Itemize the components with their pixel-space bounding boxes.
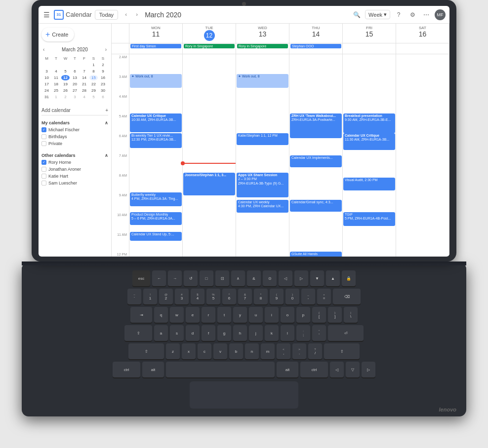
settings-icon[interactable]: ⚙ xyxy=(407,9,418,20)
grid-cell[interactable] xyxy=(183,212,236,232)
mini-cal-day[interactable]: 20 xyxy=(71,81,79,87)
key-ralt[interactable]: alt xyxy=(277,362,298,377)
key-7[interactable]: &7 xyxy=(238,289,252,304)
grid-cell[interactable] xyxy=(236,212,289,232)
add-calendar[interactable]: Add calendar + xyxy=(41,106,108,115)
mini-cal-day[interactable]: 21 xyxy=(80,81,88,87)
mini-cal-day[interactable]: 2 xyxy=(99,62,107,68)
week-selector[interactable]: Week ▾ xyxy=(365,10,390,19)
calendar-event[interactable]: Calendar UX Critique 10:30 AM, ZRH-EUR1A… xyxy=(130,113,182,132)
key-vol-down[interactable]: ◁ xyxy=(279,270,292,286)
key-p[interactable]: p xyxy=(296,307,310,323)
grid-cell[interactable] xyxy=(396,133,449,153)
key-capslock[interactable]: ⇪ xyxy=(124,325,152,341)
grid-cell[interactable] xyxy=(183,153,236,173)
section-collapse-icon[interactable]: ∧ xyxy=(105,153,108,158)
mini-cal-day[interactable] xyxy=(52,62,60,68)
key-r[interactable]: r xyxy=(202,307,215,323)
key-b[interactable]: b xyxy=(229,343,243,359)
grid-cell[interactable]: Team dinner6:30 – 8 PMLa Lumiere xyxy=(236,252,289,257)
calendar-checkbox[interactable] xyxy=(41,174,46,179)
grid-cell[interactable] xyxy=(343,232,396,252)
mini-cal-day[interactable]: 13 xyxy=(71,75,79,80)
grid-cell[interactable] xyxy=(289,232,343,252)
grid-cell[interactable] xyxy=(129,173,183,192)
grid-cell[interactable]: Product Design Monthly5 – 6 PM, ZRH-EUR1… xyxy=(129,212,183,232)
grid-cell[interactable]: Calendar/Gmail sync, 4:3... xyxy=(289,192,343,212)
calendar-event[interactable]: Butterfly weekly4 PM, ZRH-EUR1A-3A: Ting… xyxy=(130,192,182,206)
grid-cell[interactable]: ✦ Work out, 8 xyxy=(129,74,183,94)
key-quote[interactable]: "' xyxy=(312,325,326,341)
calendar-event[interactable]: Calendar UX Stand Up, 5:... xyxy=(130,232,182,241)
calendar-event[interactable]: ✦ Work out, 8 xyxy=(237,74,288,88)
grid-cell[interactable]: Breakfast presentation 9:30 AM, ZRH-EUR1… xyxy=(343,113,396,133)
mini-cal-day[interactable]: 22 xyxy=(89,81,98,87)
key-l[interactable]: l xyxy=(281,325,294,341)
today-button[interactable]: Today xyxy=(95,10,118,20)
prev-button[interactable]: ‹ xyxy=(121,10,131,20)
calendar-event[interactable]: Bi-weekly Tier 1 UX revie... 12:30 PM, Z… xyxy=(130,133,182,148)
calendar-item-michael[interactable]: Michael Fischer xyxy=(41,126,108,133)
grid-cell[interactable]: TGIF5 PM, ZRH-EUR1A-4B-Post... xyxy=(343,212,396,232)
key-period[interactable]: >. xyxy=(292,343,306,359)
key-rctrl[interactable]: ctrl xyxy=(300,362,328,377)
mini-cal-day[interactable]: 4 xyxy=(80,94,88,100)
grid-cell[interactable] xyxy=(289,94,343,113)
key-refresh[interactable]: ↺ xyxy=(184,270,198,286)
apps-icon[interactable]: ⋯ xyxy=(421,9,432,20)
key-x[interactable]: x xyxy=(182,343,196,359)
mini-cal-day[interactable]: 8 xyxy=(89,69,98,74)
grid-cell[interactable] xyxy=(289,54,343,74)
key-u[interactable]: u xyxy=(249,307,263,323)
key-1[interactable]: !1 xyxy=(143,289,157,304)
mini-cal-day[interactable] xyxy=(71,62,79,68)
key-space[interactable] xyxy=(166,362,275,377)
all-day-event[interactable]: Stephan OOO xyxy=(290,44,341,48)
mini-cal-day[interactable]: 4 xyxy=(52,69,60,74)
next-button[interactable]: › xyxy=(132,10,142,20)
grid-cell[interactable] xyxy=(396,74,449,94)
mini-cal-day[interactable]: 3 xyxy=(71,94,79,100)
key-f[interactable]: f xyxy=(202,325,215,341)
grid-cell[interactable]: Calendar UX Stand Up, 5:... xyxy=(129,232,183,252)
key-q[interactable]: q xyxy=(154,307,168,323)
mini-cal-day[interactable]: 26 xyxy=(61,88,70,93)
calendar-checkbox[interactable] xyxy=(41,181,46,186)
key-arrow-down[interactable]: ▽ xyxy=(346,362,360,377)
grid-cell[interactable] xyxy=(129,153,183,173)
key-brightness-down[interactable]: ∧ xyxy=(231,270,245,286)
mini-cal-day[interactable]: 6 xyxy=(99,94,107,100)
key-e[interactable]: e xyxy=(186,307,200,323)
mini-cal-day[interactable]: 11 xyxy=(52,75,60,80)
key-0[interactable]: )0 xyxy=(285,289,299,304)
grid-cell[interactable] xyxy=(396,54,449,74)
grid-cell[interactable] xyxy=(236,232,289,252)
calendar-event[interactable]: Calendar UX Implemenls... xyxy=(290,155,342,167)
key-back[interactable]: ← xyxy=(152,270,166,286)
key-rbracket[interactable]: }] xyxy=(328,307,342,323)
key-lalt[interactable]: alt xyxy=(142,362,164,377)
calendar-item-katie[interactable]: Katie Hart xyxy=(41,173,108,180)
help-icon[interactable]: ? xyxy=(393,9,404,20)
grid-cell[interactable] xyxy=(396,153,449,173)
mini-cal-day[interactable]: 30 xyxy=(99,88,107,93)
key-forward[interactable]: → xyxy=(168,270,182,286)
mini-cal-prev[interactable]: ‹ xyxy=(41,46,46,53)
key-g[interactable]: g xyxy=(217,325,231,341)
grid-cell[interactable] xyxy=(396,173,449,192)
calendar-event[interactable]: Calendar/Gmail sync, 4:3... xyxy=(290,200,342,212)
key-3[interactable]: #3 xyxy=(175,289,189,304)
mini-cal-day[interactable] xyxy=(61,62,70,68)
mini-cal-day[interactable]: 25 xyxy=(52,88,60,93)
trackpad[interactable] xyxy=(190,381,298,409)
key-5[interactable]: %5 xyxy=(206,289,220,304)
mini-cal-day[interactable]: 9 xyxy=(99,69,107,74)
calendar-event[interactable]: ZRH UX 'Team Walkaboui... ZRH-EUR1A-3A-P… xyxy=(290,113,342,138)
calendar-checkbox[interactable] xyxy=(41,134,46,139)
calendar-event[interactable]: Breakfast presentation 9:30 AM, ZRH-EUR1… xyxy=(343,113,395,133)
mini-cal-day[interactable]: 5 xyxy=(89,94,98,100)
calendar-event[interactable]: Calendar UX weekly4:30 PM, ZRH Calendar … xyxy=(237,200,288,213)
grid-cell[interactable]: Bi-weekly Tier 1 UX revie... 12:30 PM, Z… xyxy=(129,133,183,153)
calendar-checkbox[interactable] xyxy=(41,160,46,165)
grid-cell[interactable]: Apps UX Share Session 2 – 3:30 PM ZRH-EU… xyxy=(236,173,289,192)
